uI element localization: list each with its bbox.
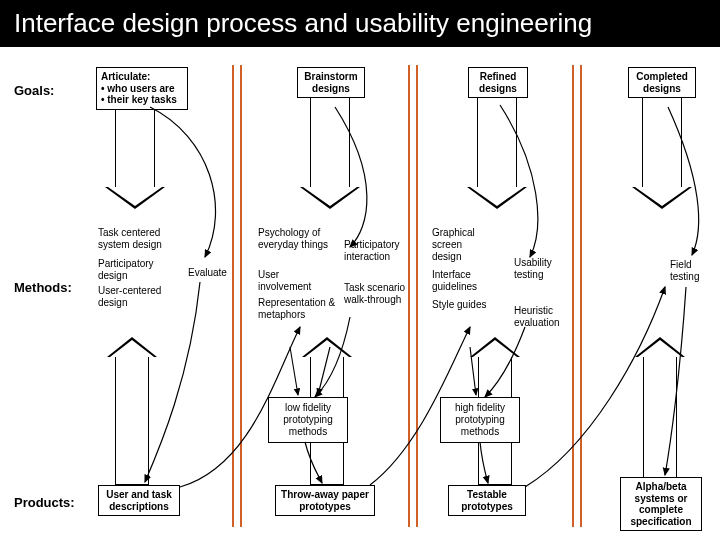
method-user-centered: User-centered design — [98, 285, 178, 309]
method-heuristic: Heuristic evaluation — [514, 305, 570, 329]
method-representation: Representation & metaphors — [258, 297, 338, 321]
goal-articulate: Articulate: • who users are • their key … — [96, 67, 188, 110]
method-task-centered: Task centered system design — [98, 227, 178, 251]
method-style-guides: Style guides — [432, 299, 494, 311]
product-arrow — [107, 337, 157, 485]
product-alpha-beta: Alpha/beta systems or complete specifica… — [620, 477, 702, 531]
product-arrow — [635, 337, 685, 485]
method-evaluate: Evaluate — [188, 267, 233, 279]
method-interface-guidelines: Interface guidelines — [432, 269, 494, 293]
method-participatory-design: Participatory design — [98, 258, 173, 282]
method-graphical-screen: Graphical screen design — [432, 227, 494, 263]
product-testable-prototypes: Testable prototypes — [448, 485, 526, 516]
row-label-goals: Goals: — [14, 83, 54, 98]
method-participatory-interaction: Participatory interaction — [344, 239, 408, 263]
product-paper-prototypes: Throw-away paper prototypes — [275, 485, 375, 516]
goal-refined: Refined designs — [468, 67, 528, 98]
hifi-prototyping: high fidelity prototyping methods — [440, 397, 520, 443]
goal-completed: Completed designs — [628, 67, 696, 98]
process-diagram: Goals: Methods: Products: Articulate: • … — [0, 47, 720, 540]
row-label-products: Products: — [14, 495, 75, 510]
method-field-testing: Field testing — [670, 259, 716, 283]
lowfi-prototyping: low fidelity prototyping methods — [268, 397, 348, 443]
method-usability-testing: Usability testing — [514, 257, 570, 281]
product-user-task-desc: User and task descriptions — [98, 485, 180, 516]
row-label-methods: Methods: — [14, 280, 72, 295]
goal-brainstorm: Brainstorm designs — [297, 67, 365, 98]
method-psychology: Psychology of everyday things — [258, 227, 332, 251]
method-user-involvement: User involvement — [258, 269, 332, 293]
method-task-scenario: Task scenario walk-through — [344, 282, 408, 306]
page-title: Interface design process and usability e… — [0, 0, 720, 47]
